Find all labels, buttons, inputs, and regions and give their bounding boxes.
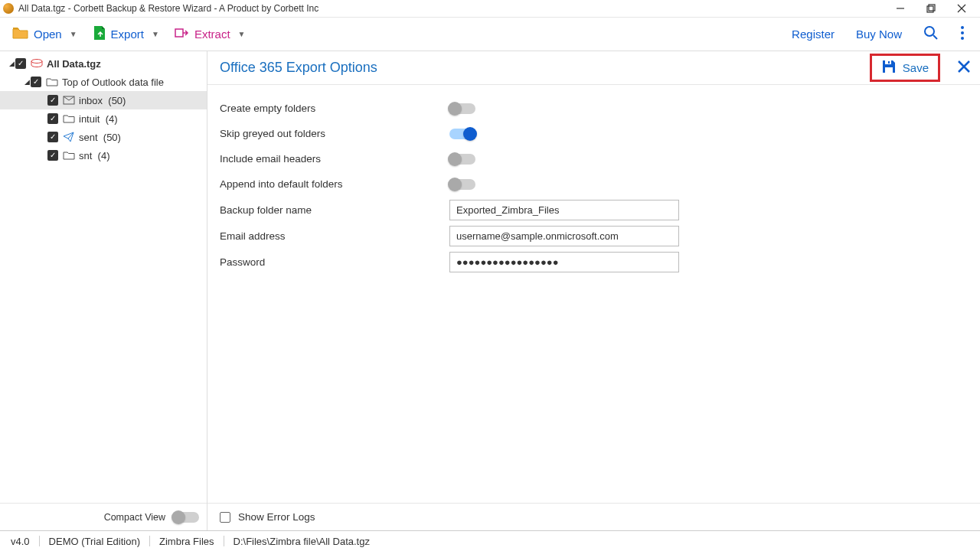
extract-label: Extract [194, 28, 230, 41]
main-area: ◢ All Data.tgz ◢ Top of Outlook data fil… [0, 51, 980, 530]
compact-view-toggle[interactable] [173, 512, 199, 523]
expand-icon[interactable]: ◢ [8, 60, 15, 67]
option-row: Create empty folders [220, 96, 968, 121]
buy-now-link[interactable]: Buy Now [845, 28, 913, 41]
search-icon[interactable] [913, 25, 949, 43]
svg-point-11 [31, 60, 42, 64]
archive-icon [31, 57, 43, 70]
export-button[interactable]: Export ▼ [85, 18, 167, 51]
option-toggle[interactable] [449, 103, 475, 114]
open-label: Open [34, 28, 62, 41]
chevron-down-icon: ▼ [238, 30, 246, 38]
backup-folder-label: Backup folder name [220, 204, 449, 216]
password-label: Password [220, 256, 449, 268]
compact-view-label: Compact View [104, 512, 165, 523]
register-link[interactable]: Register [781, 28, 845, 41]
app-icon [3, 3, 14, 14]
tree-item[interactable]: intuit (4) [0, 109, 207, 128]
tree-item-label: intuit [79, 113, 103, 125]
status-edition: DEMO (Trial Edition) [40, 536, 149, 547]
email-row: Email address [220, 223, 968, 249]
chevron-down-icon: ▼ [70, 30, 77, 38]
show-error-logs-label: Show Error Logs [238, 511, 315, 523]
chevron-down-icon: ▼ [152, 30, 159, 38]
option-label: Create empty folders [220, 103, 449, 114]
tree-item-label: inbox [79, 95, 106, 106]
folder-open-icon [12, 26, 29, 42]
export-file-icon [93, 25, 106, 43]
option-toggle[interactable] [449, 129, 475, 139]
status-version: v4.0 [11, 536, 39, 547]
option-toggle[interactable] [449, 154, 475, 165]
svg-rect-1 [927, 6, 933, 12]
tree-item-count: (50) [106, 95, 126, 106]
show-error-logs-checkbox[interactable] [220, 512, 230, 523]
minimize-button[interactable] [885, 0, 916, 18]
folder-icon [46, 76, 58, 88]
more-menu-icon[interactable] [949, 25, 975, 43]
option-toggle[interactable] [449, 179, 475, 190]
save-label: Save [903, 61, 929, 74]
svg-rect-2 [929, 5, 935, 11]
tree-item-count: (50) [100, 132, 121, 143]
svg-rect-5 [175, 29, 183, 37]
sidebar-footer: Compact View [0, 503, 207, 530]
folder-icon [63, 112, 75, 125]
tree-item[interactable]: snt (4) [0, 146, 207, 165]
panel-title: Office 365 Export Options [220, 60, 870, 76]
email-input[interactable] [449, 226, 679, 246]
option-label: Append into default folders [220, 178, 449, 190]
sent-icon [63, 131, 75, 143]
checkbox[interactable] [15, 58, 26, 69]
export-label: Export [111, 28, 144, 41]
tree-item-label: snt [79, 150, 95, 161]
panel-header: Office 365 Export Options Save [207, 51, 980, 85]
tree-root-label: All Data.tgz [47, 58, 101, 70]
checkbox[interactable] [47, 150, 58, 161]
svg-rect-14 [885, 67, 893, 73]
email-label: Email address [220, 230, 449, 242]
tree-item[interactable]: inbox (50) [0, 91, 207, 109]
mail-icon [63, 94, 75, 106]
save-button[interactable]: Save [870, 54, 940, 82]
panel-footer: Show Error Logs [207, 503, 980, 530]
svg-point-8 [961, 26, 964, 29]
option-label: Include email headers [220, 153, 449, 165]
options-body: Create empty foldersSkip greyed out fold… [207, 85, 980, 503]
window-title: All Data.tgz - Corbett Backup & Restore … [18, 3, 885, 14]
checkbox[interactable] [47, 113, 58, 124]
tree-item-label: sent [79, 132, 100, 143]
extract-icon [175, 27, 190, 41]
folder-tree: ◢ All Data.tgz ◢ Top of Outlook data fil… [0, 51, 207, 503]
tree-root[interactable]: ◢ All Data.tgz [0, 54, 207, 73]
close-button[interactable] [946, 0, 977, 18]
sidebar: ◢ All Data.tgz ◢ Top of Outlook data fil… [0, 51, 207, 530]
password-input[interactable] [449, 252, 679, 272]
option-label: Skip greyed out folders [220, 128, 449, 139]
option-row: Skip greyed out folders [220, 121, 968, 146]
status-mode: Zimbra Files [150, 536, 224, 547]
extract-button[interactable]: Extract ▼ [167, 18, 253, 51]
content-panel: Office 365 Export Options Save Create em… [207, 51, 980, 530]
backup-folder-row: Backup folder name [220, 197, 968, 223]
checkbox[interactable] [47, 132, 58, 142]
tree-item-count: (4) [95, 150, 110, 161]
svg-point-6 [925, 27, 934, 36]
checkbox[interactable] [31, 77, 41, 87]
toolbar: Open ▼ Export ▼ Extract ▼ Register Buy N… [0, 18, 980, 51]
backup-folder-input[interactable] [449, 200, 679, 220]
tree-top[interactable]: ◢ Top of Outlook data file [0, 73, 207, 91]
tree-top-label: Top of Outlook data file [62, 77, 164, 88]
svg-point-10 [961, 37, 964, 40]
open-button[interactable]: Open ▼ [5, 18, 85, 51]
tree-item-count: (4) [103, 113, 118, 125]
panel-close-button[interactable] [948, 60, 980, 76]
option-row: Append into default folders [220, 171, 968, 197]
maximize-button[interactable] [916, 0, 946, 18]
checkbox[interactable] [47, 95, 58, 106]
svg-rect-15 [888, 61, 890, 64]
tree-item[interactable]: sent (50) [0, 128, 207, 146]
svg-line-7 [933, 35, 937, 39]
svg-point-9 [961, 31, 964, 34]
expand-icon[interactable]: ◢ [23, 78, 31, 86]
